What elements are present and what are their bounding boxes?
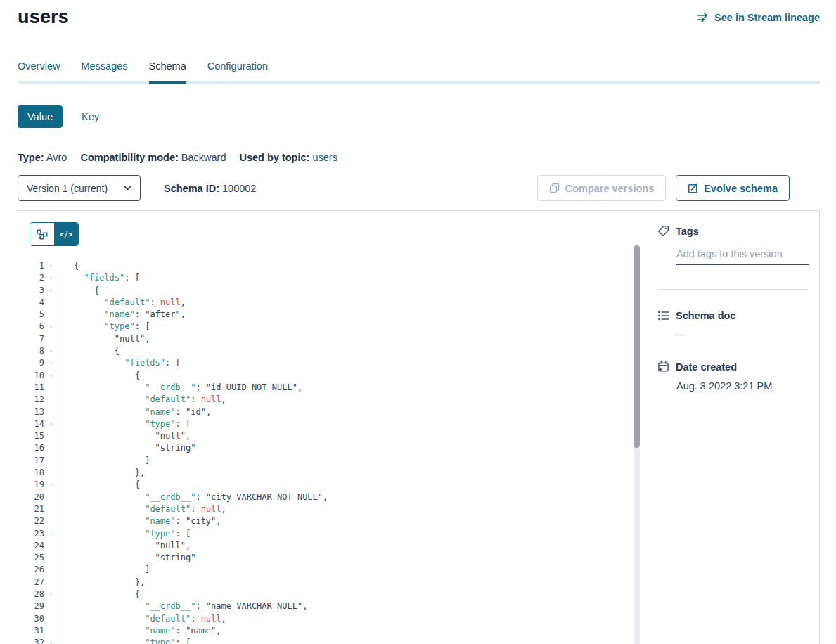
code-text: "null",	[58, 540, 191, 552]
code-text: "default": null,	[58, 613, 226, 625]
editor-view-toggle: </>	[30, 222, 79, 246]
line-number: 12	[18, 394, 44, 406]
code-line: 10▾ {	[18, 370, 645, 382]
line-number: 27	[18, 577, 44, 588]
date-created-heading: Date created	[676, 361, 737, 373]
tab-configuration[interactable]: Configuration	[207, 60, 268, 81]
code-line: 9▾ "fields": [	[18, 357, 645, 369]
code-line: 25 "string"	[18, 552, 645, 564]
evolve-schema-label: Evolve schema	[704, 183, 778, 194]
fold-spacer	[44, 394, 58, 406]
version-select-value: Version 1 (current)	[27, 183, 108, 194]
schema-doc-heading-row: Schema doc	[657, 310, 808, 321]
code-line: 17 ]	[18, 455, 645, 467]
schema-panel: </> 1▾{2▾ "fields": [3▾ {4 "default": nu…	[18, 210, 820, 644]
compare-versions-button[interactable]: Compare versions	[537, 175, 667, 201]
tag-icon	[657, 225, 669, 237]
fold-icon[interactable]: ▾	[44, 272, 58, 284]
fold-icon[interactable]: ▾	[44, 370, 58, 382]
code-line: 32▾ "type": [	[18, 637, 645, 644]
schema-editor: </> 1▾{2▾ "fields": [3▾ {4 "default": nu…	[18, 211, 645, 644]
code-text: "default": null,	[58, 503, 226, 515]
schema-type: Type: Avro	[18, 152, 67, 163]
line-number: 24	[18, 540, 44, 552]
fold-icon[interactable]: ▾	[44, 637, 58, 644]
version-select[interactable]: Version 1 (current)	[18, 175, 141, 201]
key-toggle-link[interactable]: Key	[82, 111, 99, 122]
code-line: 8▾ {	[18, 345, 645, 357]
code-text: {	[58, 479, 140, 491]
date-created-section: Date created Aug. 3 2022 3:21 PM	[657, 361, 808, 392]
tab-schema[interactable]: Schema	[149, 60, 186, 81]
fold-spacer	[44, 577, 58, 588]
fold-icon[interactable]: ▾	[44, 528, 58, 540]
schema-page: users See in Stream lineage Overview Mes…	[0, 0, 836, 644]
compat-label: Compatibility mode:	[80, 152, 178, 163]
date-created-heading-row: Date created	[657, 361, 808, 373]
schema-meta: Type: Avro Compatibility mode: Backward …	[18, 152, 820, 163]
line-number: 2	[18, 272, 44, 284]
fold-icon[interactable]: ▾	[44, 260, 58, 272]
line-number: 10	[18, 370, 44, 382]
fold-spacer	[44, 309, 58, 321]
type-label: Type:	[18, 152, 44, 163]
code-line: 19▾ {	[18, 479, 645, 491]
code-line: 26 ]	[18, 564, 645, 576]
line-number: 5	[18, 309, 44, 321]
line-number: 13	[18, 406, 44, 418]
fold-spacer	[44, 430, 58, 442]
fold-icon[interactable]: ▾	[44, 588, 58, 600]
compatibility-mode: Compatibility mode: Backward	[80, 152, 226, 163]
code-text: {	[58, 260, 79, 272]
fold-spacer	[44, 442, 58, 454]
page-header: users See in Stream lineage	[18, 0, 820, 28]
code-line: 12 "default": null,	[18, 394, 645, 406]
line-number: 1	[18, 260, 44, 272]
code-line: 11 "__crdb__": "id UUID NOT NULL",	[18, 382, 645, 394]
schema-doc-section: Schema doc --	[657, 310, 808, 340]
fold-icon[interactable]: ▾	[44, 479, 58, 491]
version-controls: Version 1 (current) Schema ID: 100002 Co…	[18, 175, 820, 201]
code-line: 22 "name": "city",	[18, 515, 645, 527]
tree-view-button[interactable]	[30, 223, 54, 245]
fold-icon[interactable]: ▾	[44, 285, 58, 297]
fold-icon[interactable]: ▾	[44, 345, 58, 357]
fold-icon[interactable]: ▾	[44, 321, 58, 333]
line-number: 32	[18, 637, 44, 644]
line-number: 9	[18, 357, 44, 369]
editor-scrollbar-track[interactable]	[634, 245, 640, 644]
code-view-button[interactable]: </>	[54, 223, 78, 245]
code-line: 1▾{	[18, 260, 645, 272]
code-line: 31 "name": "name",	[18, 625, 645, 637]
topic-link[interactable]: users	[312, 152, 337, 163]
more-options-button[interactable]	[799, 175, 820, 201]
code-text: "null",	[58, 333, 150, 345]
fold-icon[interactable]: ▾	[44, 357, 58, 369]
line-number: 26	[18, 564, 44, 576]
tab-overview[interactable]: Overview	[18, 60, 60, 81]
used-by-topic: Used by topic: users	[239, 152, 337, 163]
code-line: 6▾ "type": [	[18, 321, 645, 333]
code-line: 4 "default": null,	[18, 297, 645, 309]
fold-spacer	[44, 297, 58, 309]
code-text: "name": "name",	[58, 625, 221, 637]
code-text: "default": null,	[58, 297, 186, 309]
schema-id-value: 100002	[222, 183, 256, 194]
tree-view-icon	[37, 229, 48, 240]
code-line: 21 "default": null,	[18, 503, 645, 515]
code-text: "name": "id",	[58, 406, 211, 418]
editor-scrollbar-thumb[interactable]	[634, 245, 640, 448]
tags-input[interactable]	[676, 248, 809, 265]
fold-spacer	[44, 613, 58, 625]
line-number: 20	[18, 491, 44, 503]
fold-spacer	[44, 333, 58, 345]
chevron-down-icon	[124, 186, 131, 191]
line-number: 22	[18, 515, 44, 527]
code-text: "default": null,	[58, 394, 226, 406]
value-toggle-button[interactable]: Value	[18, 105, 63, 128]
evolve-schema-button[interactable]: Evolve schema	[676, 175, 790, 201]
tab-messages[interactable]: Messages	[81, 60, 127, 81]
fold-icon[interactable]: ▾	[44, 418, 58, 430]
see-in-stream-lineage-link[interactable]: See in Stream lineage	[697, 12, 820, 23]
tags-heading: Tags	[676, 226, 699, 237]
